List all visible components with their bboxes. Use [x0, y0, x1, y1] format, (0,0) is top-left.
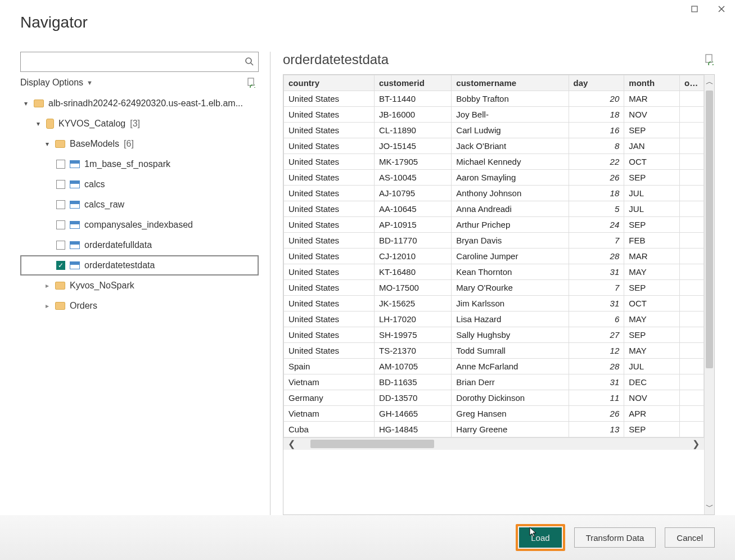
cell-day: 5 — [569, 201, 624, 217]
tree-item-orderdatefulldata[interactable]: orderdatefulldata — [20, 235, 259, 255]
cell-customername: Anna Andreadi — [452, 201, 569, 217]
table-row[interactable]: United StatesCL-11890Carl Ludwig16SEP — [284, 123, 704, 138]
checkbox[interactable] — [56, 241, 65, 250]
cell-month: JUL — [624, 201, 680, 217]
table-icon — [70, 201, 80, 209]
table-row[interactable]: United StatesJK-15625Jim Karlsson31OCT — [284, 296, 704, 311]
tree-node-orders[interactable]: ▸ Orders — [20, 296, 259, 316]
scroll-left-icon[interactable]: ❮ — [283, 439, 300, 449]
navigator-tree[interactable]: ▾ alb-srinadh20242-624920320.us-east-1.e… — [20, 93, 259, 515]
scroll-up-icon[interactable]: ︿ — [706, 75, 714, 89]
scroll-thumb[interactable] — [706, 91, 713, 368]
checkbox[interactable] — [56, 180, 65, 189]
tree-node-kyvos-nospark[interactable]: ▸ Kyvos_NoSpark — [20, 276, 259, 296]
table-row[interactable]: United StatesBD-11770Bryan Davis7FEB — [284, 233, 704, 249]
scroll-right-icon[interactable]: ❯ — [688, 439, 704, 449]
tree-item-label: calcs — [84, 179, 105, 189]
table-row[interactable]: United StatesKT-16480Kean Thornton31MAY — [284, 264, 704, 280]
column-header-month[interactable]: month — [624, 75, 680, 91]
scroll-down-icon[interactable]: ﹀ — [706, 500, 714, 514]
table-row[interactable]: United StatesTS-21370Todd Sumrall12MAY — [284, 343, 704, 359]
preview-grid[interactable]: countrycustomeridcustomernamedaymonthord… — [283, 75, 704, 514]
column-header-customername[interactable]: customername — [452, 75, 569, 91]
maximize-button[interactable] — [686, 2, 704, 16]
cell-customername: Harry Greene — [452, 422, 569, 437]
expander-icon[interactable]: ▾ — [22, 100, 29, 107]
expander-icon[interactable]: ▸ — [44, 302, 51, 310]
table-row[interactable]: United StatesAJ-10795Anthony Johnson18JU… — [284, 186, 704, 201]
tree-item-companysales_indexbased[interactable]: companysales_indexbased — [20, 215, 259, 235]
table-row[interactable]: United StatesMO-17500Mary O'Rourke7SEP — [284, 280, 704, 296]
scroll-thumb[interactable] — [310, 440, 434, 448]
cell-customerid: HG-14845 — [374, 422, 451, 437]
table-row[interactable]: VietnamGH-14665Greg Hansen26APR — [284, 406, 704, 422]
table-row[interactable]: United StatesBT-11440Bobby Trafton20MAR — [284, 91, 704, 107]
folder-icon — [55, 140, 65, 148]
checkbox[interactable] — [56, 160, 65, 169]
table-row[interactable]: United StatesMK-17905Michael Kennedy22OC… — [284, 154, 704, 170]
table-row[interactable]: CubaHG-14845Harry Greene13SEP — [284, 422, 704, 437]
tree-item-calcs[interactable]: calcs — [20, 174, 259, 195]
column-header-day[interactable]: day — [569, 75, 624, 91]
cell-order — [680, 107, 704, 123]
tree-node-basemodels[interactable]: ▾ BaseModels [6] — [20, 134, 259, 154]
table-row[interactable]: United StatesLH-17020Lisa Hazard6MAY — [284, 311, 704, 327]
cell-customername: Bryan Davis — [452, 233, 569, 249]
cell-month: MAR — [624, 91, 680, 107]
tree-item-1m_base_sf_nospark[interactable]: 1m_base_sf_nospark — [20, 154, 259, 174]
search-input[interactable] — [25, 57, 245, 67]
search-box[interactable] — [20, 52, 259, 72]
cell-country: United States — [284, 249, 375, 264]
table-row[interactable]: United StatesSH-19975Sally Hughsby27SEP — [284, 327, 704, 343]
cell-customerid: JK-15625 — [374, 296, 451, 311]
table-row[interactable]: GermanyDD-13570Dorothy Dickinson11NOV — [284, 390, 704, 406]
cell-country: Germany — [284, 390, 375, 406]
cell-country: United States — [284, 280, 375, 296]
close-button[interactable] — [713, 2, 731, 16]
cell-day: 7 — [569, 233, 624, 249]
cell-month: JUL — [624, 186, 680, 201]
cell-day: 8 — [569, 138, 624, 154]
cell-order — [680, 170, 704, 186]
table-row[interactable]: SpainAM-10705Anne McFarland28JUL — [284, 359, 704, 374]
vertical-scrollbar[interactable]: ︿ ﹀ — [704, 75, 714, 514]
horizontal-scrollbar[interactable]: ❮ ❯ — [283, 437, 704, 450]
tree-item-orderdatetestdata[interactable]: ✓orderdatetestdata — [20, 255, 259, 276]
table-row[interactable]: United StatesAP-10915Arthur Prichep24SEP — [284, 217, 704, 233]
cancel-button[interactable]: Cancel — [665, 527, 715, 548]
table-row[interactable]: United StatesJO-15145Jack O'Briant8JAN — [284, 138, 704, 154]
tree-node-catalog[interactable]: ▾ KYVOS_Catalog [3] — [20, 114, 259, 134]
cell-month: OCT — [624, 154, 680, 170]
refresh-icon[interactable] — [246, 78, 256, 88]
cell-day: 6 — [569, 311, 624, 327]
table-row[interactable]: United StatesAS-10045Aaron Smayling26SEP — [284, 170, 704, 186]
search-icon[interactable] — [245, 57, 254, 67]
table-row[interactable]: United StatesAA-10645Anna Andreadi5JUL — [284, 201, 704, 217]
checkbox[interactable] — [56, 200, 65, 209]
table-icon — [70, 241, 80, 249]
tree-item-calcs_raw[interactable]: calcs_raw — [20, 195, 259, 215]
cell-month: OCT — [624, 296, 680, 311]
cell-day: 7 — [569, 280, 624, 296]
column-header-country[interactable]: country — [284, 75, 375, 91]
table-row[interactable]: United StatesCJ-12010Caroline Jumper28MA… — [284, 249, 704, 264]
cell-month: JAN — [624, 138, 680, 154]
checkbox[interactable]: ✓ — [56, 261, 65, 270]
tree-node-server[interactable]: ▾ alb-srinadh20242-624920320.us-east-1.e… — [20, 93, 259, 114]
expander-icon[interactable]: ▸ — [44, 282, 51, 290]
table-row[interactable]: VietnamBD-11635Brian Derr31DEC — [284, 374, 704, 390]
display-options-dropdown[interactable]: Display Options ▼ — [20, 78, 93, 88]
cell-customerid: MO-17500 — [374, 280, 451, 296]
cell-customerid: BD-11770 — [374, 233, 451, 249]
checkbox[interactable] — [56, 220, 65, 229]
table-row[interactable]: United StatesJB-16000Joy Bell-18NOV — [284, 107, 704, 123]
column-header-order[interactable]: order — [680, 75, 704, 91]
expander-icon[interactable]: ▾ — [35, 120, 42, 128]
refresh-preview-icon[interactable] — [705, 55, 715, 65]
cell-country: United States — [284, 296, 375, 311]
transform-data-button[interactable]: Transform Data — [574, 527, 656, 548]
expander-icon[interactable]: ▾ — [44, 140, 51, 148]
cell-country: United States — [284, 264, 375, 280]
column-header-customerid[interactable]: customerid — [374, 75, 451, 91]
load-button[interactable]: Load — [519, 527, 561, 548]
